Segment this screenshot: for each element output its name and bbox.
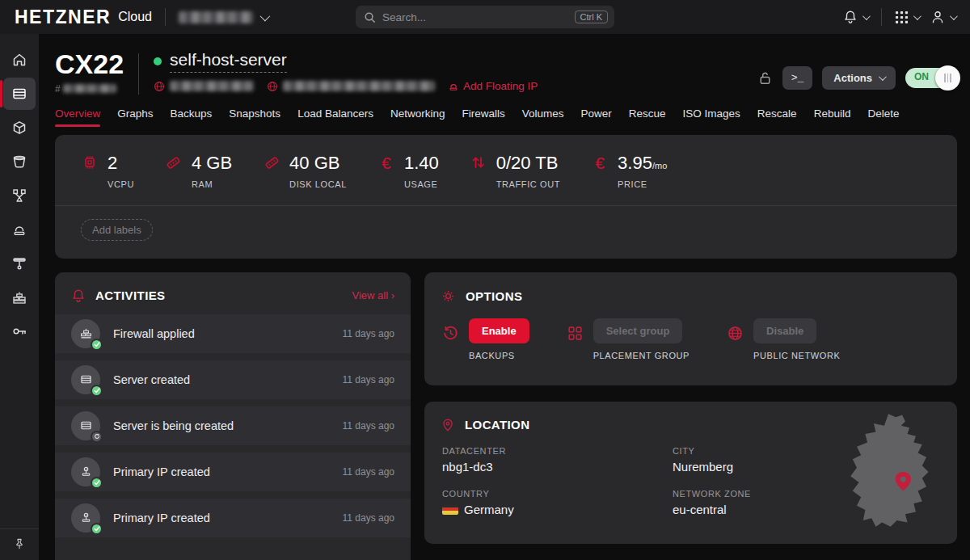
ipv6-chip[interactable] <box>267 81 435 92</box>
location-panel: LOCATION DATACENTER nbg1-dc3 CITY Nuremb… <box>424 402 957 544</box>
project-name-redacted <box>179 11 253 23</box>
success-badge <box>91 523 103 535</box>
tab-load-balancers[interactable]: Load Balancers <box>297 107 373 127</box>
tab-backups[interactable]: Backups <box>171 107 213 127</box>
tab-power[interactable]: Power <box>581 107 612 127</box>
tab-networking[interactable]: Networking <box>390 107 445 127</box>
tab-firewalls[interactable]: Firewalls <box>462 107 504 127</box>
option-label: PLACEMENT GROUP <box>593 351 690 360</box>
avatar <box>71 457 100 486</box>
project-selector[interactable] <box>179 11 268 23</box>
activity-row[interactable]: Firewall applied 11 days ago <box>55 314 411 353</box>
sidebar-item-networks[interactable] <box>3 247 36 280</box>
view-all-link[interactable]: View all › <box>352 289 394 301</box>
tab-graphs[interactable]: Graphs <box>117 107 153 127</box>
actions-button[interactable]: Actions <box>822 66 896 90</box>
ipv4-chip[interactable] <box>154 81 254 92</box>
activity-title: Server created <box>113 373 190 386</box>
options-panel: OPTIONS Enabl <box>424 272 957 385</box>
add-floating-ip-label: Add Floating IP <box>463 80 538 92</box>
account-menu[interactable] <box>930 10 955 24</box>
tab-rebuild[interactable]: Rebuild <box>814 107 851 127</box>
activity-time: 11 days ago <box>343 420 395 432</box>
pending-badge <box>91 431 103 443</box>
globe-icon <box>154 81 165 92</box>
check-icon <box>94 479 100 486</box>
stat-disk: 40 GB DISK LOCAL <box>263 153 347 189</box>
activity-row[interactable]: Server created 11 days ago <box>55 360 411 399</box>
power-toggle[interactable]: ON <box>905 68 957 88</box>
disk-icon <box>264 154 280 171</box>
chevron-down-icon <box>862 12 871 20</box>
avatar <box>71 411 100 440</box>
disable-public-network-button[interactable]: Disable <box>753 318 816 343</box>
option-label: PUBLIC NETWORK <box>753 351 840 360</box>
avatar <box>71 319 100 348</box>
floating-ip-icon <box>448 81 459 92</box>
germany-silhouette <box>850 414 928 526</box>
hetzner-logo[interactable]: HETZNER <box>15 6 111 28</box>
sidebar-item-floating-ips[interactable] <box>3 213 36 246</box>
firewall-icon <box>11 289 27 305</box>
tab-delete[interactable]: Delete <box>867 107 899 127</box>
stat-value: 1.40 <box>404 153 439 174</box>
server-header: CX22 # self-host-server <box>55 50 957 95</box>
primary-ip-icon <box>79 511 93 524</box>
primary-ip-icon <box>79 465 93 478</box>
sidebar-item-volumes[interactable] <box>3 145 36 178</box>
stat-price: € 3.95/mo PRICE <box>591 153 667 189</box>
ipv6-redacted <box>283 81 435 91</box>
sidebar <box>0 34 39 560</box>
notifications-menu[interactable] <box>843 10 868 24</box>
activity-time: 11 days ago <box>343 374 395 385</box>
key-icon <box>11 323 27 339</box>
sidebar-item-home[interactable] <box>3 44 36 76</box>
stat-label: DISK LOCAL <box>289 179 347 189</box>
search-input[interactable] <box>382 11 575 23</box>
activity-title: Primary IP created <box>113 465 210 478</box>
placement-group-icon <box>567 325 584 342</box>
servers-icon <box>11 86 27 102</box>
tab-iso-images[interactable]: ISO Images <box>683 107 740 127</box>
field-country: COUNTRY Germany <box>442 489 673 516</box>
sidebar-item-servers[interactable] <box>3 78 36 110</box>
unlock-icon[interactable] <box>757 70 773 86</box>
add-floating-ip-button[interactable]: Add Floating IP <box>448 80 538 92</box>
activity-row[interactable]: Server is being created 11 days ago <box>55 406 411 445</box>
sidebar-item-security-keys[interactable] <box>3 315 36 347</box>
traffic-icon <box>470 154 486 171</box>
add-labels-button[interactable]: Add labels <box>81 219 153 241</box>
sidebar-item-load-balancers[interactable] <box>3 179 36 212</box>
server-icon <box>79 373 93 386</box>
tab-snapshots[interactable]: Snapshots <box>229 107 280 127</box>
tab-rescue[interactable]: Rescue <box>629 107 666 127</box>
pin-sidebar-icon[interactable] <box>13 537 26 550</box>
sidebar-item-firewalls[interactable] <box>3 281 36 314</box>
stat-vcpu: 2 VCPU <box>81 153 134 189</box>
field-label: COUNTRY <box>442 489 673 499</box>
search-bar[interactable]: Ctrl K <box>356 6 614 28</box>
server-type: CX22 <box>55 50 124 79</box>
tab-volumes[interactable]: Volumes <box>522 107 564 127</box>
check-icon <box>94 387 100 394</box>
activity-row[interactable]: Primary IP created 11 days ago <box>55 499 411 537</box>
select-placement-group-button[interactable]: Select group <box>593 318 683 343</box>
network-icon <box>11 255 27 272</box>
chevron-down-icon <box>913 12 922 20</box>
stat-value: 0/20 TB <box>496 153 560 174</box>
tab-rescale[interactable]: Rescale <box>757 107 797 127</box>
power-toggle-label: ON <box>914 71 929 82</box>
euro-icon: € <box>382 154 391 189</box>
enable-backups-button[interactable]: Enable <box>469 318 529 343</box>
bucket-icon <box>11 154 27 170</box>
sidebar-item-images[interactable] <box>3 112 36 144</box>
topbar-divider <box>165 8 166 26</box>
activity-row[interactable]: Primary IP created 11 days ago <box>55 453 411 491</box>
tab-overview[interactable]: Overview <box>55 107 100 127</box>
option-placement-group: Select group PLACEMENT GROUP <box>567 318 690 360</box>
firewall-icon <box>79 326 93 340</box>
apps-menu[interactable] <box>895 11 919 24</box>
activity-title: Primary IP created <box>113 512 210 524</box>
console-button[interactable]: >_ <box>782 66 813 90</box>
server-name[interactable]: self-host-server <box>170 50 287 73</box>
